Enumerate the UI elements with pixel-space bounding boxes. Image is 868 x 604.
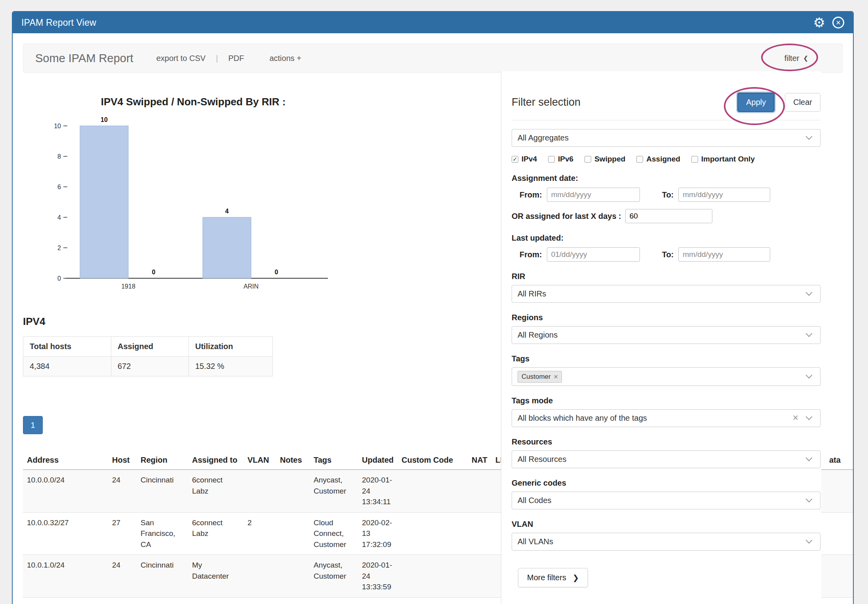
vlan-select[interactable]: All VLANs [512,533,820,551]
updated-to-input[interactable] [678,247,770,262]
aggregates-select[interactable]: All Aggregates [512,129,820,147]
page-1-button[interactable]: 1 [23,416,43,434]
filter-toggle-label: filter [784,54,799,63]
table-cell [398,555,468,598]
regions-select[interactable]: All Regions [512,326,820,344]
svg-text:0: 0 [152,269,156,275]
table-cell: 24 [108,470,137,513]
filter-checkbox-ipv4[interactable]: ✓IPv4 [512,155,537,163]
chevron-down-icon [806,537,813,543]
column-header: Total hosts [23,337,111,357]
table-cell: 10.0.0.32/27 [23,512,108,555]
table-cell: San Francisco, CA [137,512,188,555]
svg-text:1918: 1918 [121,283,135,290]
filter-checkbox-assigned[interactable]: Assigned [636,155,680,163]
filter-checkbox-swipped[interactable]: Swipped [584,155,625,163]
chevron-left-icon: ❮ [803,55,808,62]
tags-select[interactable]: Customer ✕ [512,367,820,386]
svg-text:10: 10 [54,123,61,129]
checkbox-box[interactable] [584,156,591,163]
checkbox-box[interactable] [691,156,698,163]
close-button[interactable]: ✕ [832,17,844,28]
chevron-down-icon [806,330,813,337]
summary-header-row: Total hosts Assigned Utilization [23,337,273,357]
table-cell [276,555,310,598]
report-header-bar: Some IPAM Report export to CSV | PDF act… [23,44,843,73]
filter-checkbox-important-only[interactable]: Important Only [691,155,755,163]
updated-from-input[interactable] [547,247,640,262]
table-cell: 27 [108,512,137,555]
table-cell: Cincinnati [137,555,188,598]
table-cell: Anycast, Customer [310,555,358,598]
total-hosts-value: 4,384 [23,357,111,376]
assigned-value: 672 [111,357,189,376]
ipam-report-window: IPAM Report View ⚙ ✕ Some IPAM Report ex… [12,11,854,604]
column-header: Address [23,451,108,470]
export-pdf-link[interactable]: PDF [228,54,244,63]
actions-menu[interactable]: actions + [269,54,301,63]
assignment-from-input[interactable] [547,188,640,202]
apply-button[interactable]: Apply [737,93,775,112]
checkbox-label: Important Only [701,155,755,163]
filter-toggle[interactable]: filter ❮ [784,54,808,63]
last-x-days-input[interactable] [625,209,712,223]
column-header: Region [137,451,188,470]
column-header: ata [825,451,853,470]
resources-select[interactable]: All Resources [512,450,820,468]
filter-panel-header: Filter selection Apply Clear [512,93,820,112]
column-header: Custom Code [398,451,468,470]
table-cell: 10.0.1.0/24 [23,555,108,598]
table-cell [468,512,491,555]
rir-select[interactable]: All RIRs [512,285,820,303]
table-cell: Anycast, Customer [310,470,358,513]
clear-selection-icon[interactable]: ✕ [792,413,799,422]
checkbox-label: IPv4 [522,155,537,163]
panel-divider [512,120,820,120]
column-header: Host [108,451,137,470]
clear-button[interactable]: Clear [785,93,820,112]
rir-select-value: All RIRs [518,289,546,298]
checkbox-label: IPv6 [558,155,573,163]
more-filters-button[interactable]: More filters ❯ [518,568,588,587]
svg-text:10: 10 [101,116,108,123]
link-separator: | [216,54,218,63]
chevron-down-icon [806,413,813,420]
table-cell: Cincinnati [137,470,188,513]
table-cell [825,470,853,513]
last-updated-label: Last updated: [512,234,820,243]
from-label: From: [520,190,542,199]
rir-label: RIR [512,272,820,281]
checkbox-box[interactable] [636,156,643,163]
vlan-label: VLAN [512,520,820,529]
last-x-days-label: OR assigned for last X days : [512,212,621,221]
regions-select-value: All Regions [518,330,558,340]
column-header: Assigned [111,337,189,357]
table-cell: 6connect Labz [188,470,244,513]
column-header: Updated [358,451,398,470]
checkbox-box[interactable] [548,156,555,163]
generic-codes-select[interactable]: All Codes [512,492,820,509]
checkbox-box[interactable]: ✓ [512,156,518,163]
chevron-down-icon [806,289,813,296]
export-csv-link[interactable]: export to CSV [156,54,206,63]
svg-text:ARIN: ARIN [244,283,259,290]
from-label: From: [520,250,542,259]
assignment-to-input[interactable] [678,188,770,202]
chevron-right-icon: ❯ [573,573,579,582]
table-cell [468,555,491,598]
generic-codes-label: Generic codes [512,479,820,488]
table-cell [398,512,468,555]
table-cell: 10.0.0.0/24 [23,470,108,513]
tag-chip-customer[interactable]: Customer ✕ [518,371,562,383]
settings-button[interactable]: ⚙ [813,16,825,29]
column-header: VLAN [244,451,276,470]
table-cell [825,512,853,555]
remove-tag-icon[interactable]: ✕ [554,374,558,380]
table-cell: My Datacenter [188,555,244,598]
tags-mode-select[interactable]: All blocks which have any of the tags ✕ [512,409,820,427]
filter-checkbox-ipv6[interactable]: IPv6 [548,155,573,163]
column-header: Assigned to [188,451,244,470]
chevron-down-icon [806,454,813,461]
table-cell: 6connect Labz [188,512,244,555]
tag-chip-label: Customer [522,373,551,381]
